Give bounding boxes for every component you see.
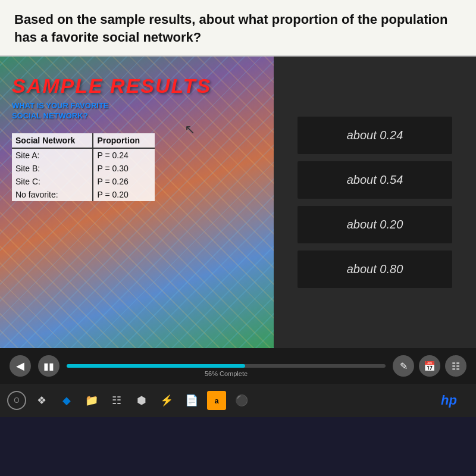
proportion-cell: P = 0.24 bbox=[93, 148, 155, 162]
left-panel: SAMPLE RESULTS WHAT IS YOUR FAVORITE SOC… bbox=[0, 57, 274, 348]
taskbar-dropbox[interactable]: ⬢ bbox=[132, 391, 151, 410]
table-row: No favorite:P = 0.20 bbox=[12, 188, 155, 201]
pause-button[interactable]: ▮▮ bbox=[38, 355, 60, 377]
answer-button-ans2[interactable]: about 0.54 bbox=[298, 161, 452, 199]
taskbar-folder[interactable]: 📁 bbox=[82, 391, 101, 410]
proportion-cell: P = 0.30 bbox=[93, 162, 155, 175]
main-content: SAMPLE RESULTS WHAT IS YOUR FAVORITE SOC… bbox=[0, 57, 476, 348]
question-header: Based on the sample results, about what … bbox=[0, 0, 476, 57]
network-cell: Site C: bbox=[12, 175, 93, 188]
network-cell: Site B: bbox=[12, 162, 93, 175]
hp-logo: hp bbox=[441, 393, 457, 408]
col1-header: Social Network bbox=[12, 133, 93, 148]
taskbar: O ❖ ◆ 📁 ☷ ⬢ ⚡ 📄 a ⚫ hp bbox=[0, 384, 476, 417]
proportion-cell: P = 0.20 bbox=[93, 188, 155, 201]
taskbar-store[interactable]: ☷ bbox=[107, 391, 126, 410]
taskbar-flash[interactable]: ⚡ bbox=[157, 391, 176, 410]
network-cell: Site A: bbox=[12, 148, 93, 162]
taskbar-edge[interactable]: ◆ bbox=[57, 391, 76, 410]
grid-icon[interactable]: ☷ bbox=[445, 355, 466, 377]
subtitle-line1: WHAT IS YOUR FAVORITE bbox=[12, 101, 109, 110]
taskbar-chrome[interactable]: ⚫ bbox=[232, 391, 251, 410]
table-row: Site B:P = 0.30 bbox=[12, 162, 155, 175]
progress-label: 56% Complete bbox=[205, 370, 248, 377]
taskbar-start[interactable]: O bbox=[7, 391, 26, 410]
sample-results-title: SAMPLE RESULTS bbox=[12, 74, 262, 98]
answer-button-ans4[interactable]: about 0.80 bbox=[298, 250, 452, 288]
left-panel-content: SAMPLE RESULTS WHAT IS YOUR FAVORITE SOC… bbox=[0, 57, 274, 213]
progress-bar-fill bbox=[67, 364, 245, 368]
table-row: Site C:P = 0.26 bbox=[12, 175, 155, 188]
table-row: Site A:P = 0.24 bbox=[12, 148, 155, 162]
subtitle-line2: SOCIAL NETWORK? bbox=[12, 111, 88, 120]
right-panel: about 0.24about 0.54about 0.20about 0.80 bbox=[274, 57, 476, 348]
sample-subtitle: WHAT IS YOUR FAVORITE SOCIAL NETWORK? bbox=[12, 101, 262, 121]
col2-header: Proportion bbox=[93, 133, 155, 148]
right-icons: ✎ 📅 ☷ bbox=[393, 355, 466, 377]
back-button[interactable]: ◀ bbox=[10, 355, 31, 377]
taskbar-amazon[interactable]: a bbox=[207, 391, 226, 410]
answer-button-ans3[interactable]: about 0.20 bbox=[298, 206, 452, 243]
table-body: Site A:P = 0.24Site B:P = 0.30Site C:P =… bbox=[12, 148, 155, 201]
taskbar-windows[interactable]: ❖ bbox=[32, 391, 51, 410]
data-table: Social Network Proportion Site A:P = 0.2… bbox=[12, 133, 155, 201]
answer-button-ans1[interactable]: about 0.24 bbox=[298, 117, 452, 154]
progress-bar-container: 56% Complete bbox=[67, 364, 386, 368]
edit-icon[interactable]: ✎ bbox=[393, 355, 414, 377]
taskbar-files[interactable]: 📄 bbox=[182, 391, 201, 410]
network-cell: No favorite: bbox=[12, 188, 93, 201]
bottom-bar: ◀ ▮▮ 56% Complete ✎ 📅 ☷ bbox=[0, 348, 476, 384]
calendar-icon[interactable]: 📅 bbox=[419, 355, 440, 377]
question-text: Based on the sample results, about what … bbox=[14, 11, 462, 46]
proportion-cell: P = 0.26 bbox=[93, 175, 155, 188]
